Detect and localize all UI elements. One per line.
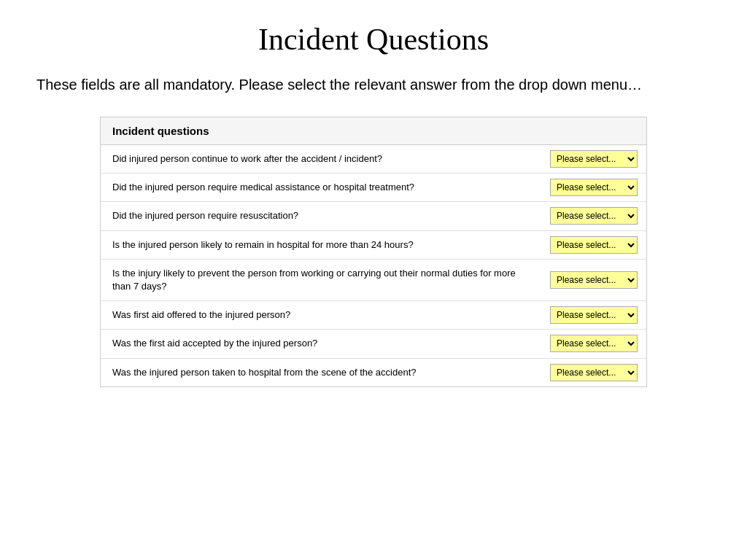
answer-select-q5[interactable]: Please select...YesNo — [550, 271, 638, 289]
question-text: Is the injured person likely to remain i… — [101, 230, 541, 259]
table-row: Was the first aid accepted by the injure… — [101, 330, 646, 358]
question-text: Is the injury likely to prevent the pers… — [101, 259, 541, 300]
page-title: Incident Questions — [36, 22, 711, 57]
question-text: Was the first aid accepted by the injure… — [101, 330, 541, 358]
select-cell: Please select...YesNo — [541, 174, 646, 202]
table-row: Was first aid offered to the injured per… — [101, 301, 646, 330]
answer-select-q3[interactable]: Please select...YesNo — [550, 207, 638, 225]
answer-select-q8[interactable]: Please select...YesNo — [550, 364, 638, 381]
answer-select-q4[interactable]: Please select...YesNo — [550, 236, 638, 254]
answer-select-q7[interactable]: Please select...YesNo — [550, 335, 638, 352]
select-cell: Please select...YesNo — [541, 358, 646, 386]
answer-select-q2[interactable]: Please select...YesNo — [550, 179, 638, 196]
table-row: Did the injured person require medical a… — [101, 174, 646, 202]
form-container: Incident questions Did injured person co… — [100, 117, 647, 387]
question-text: Did injured person continue to work afte… — [101, 145, 541, 174]
answer-select-q6[interactable]: Please select...YesNo — [550, 306, 638, 324]
select-cell: Please select...YesNo — [541, 259, 646, 300]
question-text: Was the injured person taken to hospital… — [101, 358, 541, 386]
table-row: Did the injured person require resuscita… — [101, 202, 646, 230]
answer-select-q1[interactable]: Please select...YesNo — [550, 150, 638, 168]
questions-table: Did injured person continue to work afte… — [101, 145, 646, 386]
select-cell: Please select...YesNo — [541, 202, 646, 230]
question-text: Was first aid offered to the injured per… — [101, 301, 541, 330]
table-row: Was the injured person taken to hospital… — [101, 358, 646, 386]
instruction-text: These fields are all mandatory. Please s… — [36, 74, 711, 95]
table-row: Did injured person continue to work afte… — [101, 145, 646, 174]
question-text: Did the injured person require medical a… — [101, 174, 541, 202]
select-cell: Please select...YesNo — [541, 301, 646, 330]
form-header: Incident questions — [101, 117, 646, 145]
table-row: Is the injury likely to prevent the pers… — [101, 259, 646, 300]
select-cell: Please select...YesNo — [541, 145, 646, 174]
select-cell: Please select...YesNo — [541, 230, 646, 259]
select-cell: Please select...YesNo — [541, 330, 646, 358]
table-row: Is the injured person likely to remain i… — [101, 230, 646, 259]
question-text: Did the injured person require resuscita… — [101, 202, 541, 230]
